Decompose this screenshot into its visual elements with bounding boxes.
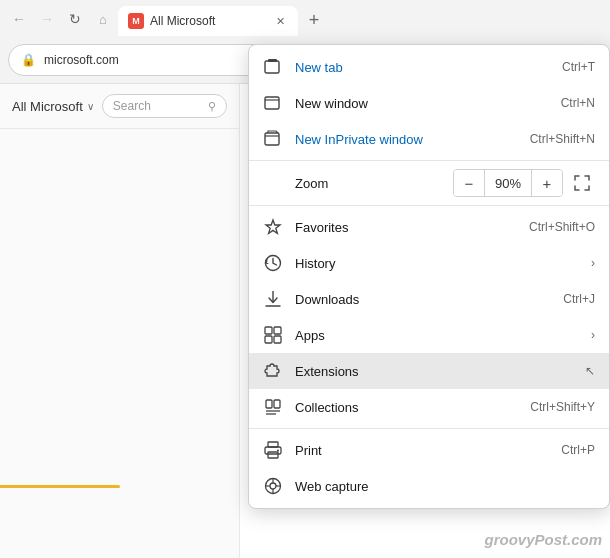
back-button[interactable]: ← bbox=[6, 6, 32, 32]
lock-icon: 🔒 bbox=[21, 53, 36, 67]
svg-rect-29 bbox=[274, 336, 281, 343]
menu-item-extensions[interactable]: Extensions ↖ bbox=[249, 353, 609, 389]
inprivate-icon bbox=[263, 129, 283, 149]
downloads-shortcut: Ctrl+J bbox=[563, 292, 595, 306]
sidebar-search-label: Search bbox=[113, 99, 151, 113]
extensions-label: Extensions bbox=[295, 364, 573, 379]
svg-rect-21 bbox=[265, 133, 279, 145]
svg-rect-26 bbox=[265, 327, 272, 334]
collections-menu-icon bbox=[263, 397, 283, 417]
downloads-icon bbox=[263, 289, 283, 309]
svg-rect-17 bbox=[265, 61, 279, 73]
tab-title: All Microsoft bbox=[150, 14, 215, 28]
active-tab[interactable]: M All Microsoft ✕ bbox=[118, 6, 298, 36]
tab-close-icon[interactable]: ✕ bbox=[272, 13, 288, 29]
zoom-increase-button[interactable]: + bbox=[532, 170, 562, 196]
new-window-shortcut: Ctrl+N bbox=[561, 96, 595, 110]
collections-label: Collections bbox=[295, 400, 518, 415]
zoom-decrease-button[interactable]: − bbox=[454, 170, 484, 196]
new-tab-icon bbox=[263, 57, 283, 77]
favorites-icon bbox=[263, 217, 283, 237]
divider-1 bbox=[249, 160, 609, 161]
svg-rect-34 bbox=[268, 442, 278, 447]
history-label: History bbox=[295, 256, 579, 271]
cursor-indicator: ↖ bbox=[585, 364, 595, 378]
new-tab-shortcut: Ctrl+T bbox=[562, 60, 595, 74]
favorites-shortcut: Ctrl+Shift+O bbox=[529, 220, 595, 234]
sidebar-accent-line bbox=[0, 485, 120, 488]
new-window-icon bbox=[263, 93, 283, 113]
apps-arrow-icon: › bbox=[591, 328, 595, 342]
print-icon bbox=[263, 440, 283, 460]
menu-item-apps[interactable]: Apps › bbox=[249, 317, 609, 353]
apps-label: Apps bbox=[295, 328, 579, 343]
svg-point-39 bbox=[270, 483, 276, 489]
webcapture-icon bbox=[263, 476, 283, 496]
sidebar-header: All Microsoft ∨ Search ⚲ bbox=[0, 84, 239, 129]
watermark: groovyPost.com bbox=[484, 531, 602, 548]
menu-item-downloads[interactable]: Downloads Ctrl+J bbox=[249, 281, 609, 317]
zoom-expand-button[interactable] bbox=[569, 170, 595, 196]
sidebar: All Microsoft ∨ Search ⚲ bbox=[0, 84, 240, 558]
print-shortcut: Ctrl+P bbox=[561, 443, 595, 457]
history-arrow-icon: › bbox=[591, 256, 595, 270]
svg-rect-18 bbox=[268, 59, 277, 62]
fullscreen-icon bbox=[574, 175, 590, 191]
zoom-label: Zoom bbox=[263, 176, 453, 191]
zoom-controls: − 90% + bbox=[453, 169, 563, 197]
zoom-row: Zoom − 90% + bbox=[249, 164, 609, 202]
inprivate-shortcut: Ctrl+Shift+N bbox=[530, 132, 595, 146]
menu-item-print[interactable]: Print Ctrl+P bbox=[249, 432, 609, 468]
favorites-label: Favorites bbox=[295, 220, 517, 235]
dropdown-menu: New tab Ctrl+T New window Ctrl+N New InP… bbox=[248, 44, 610, 509]
history-icon bbox=[263, 253, 283, 273]
divider-2 bbox=[249, 205, 609, 206]
menu-item-history[interactable]: History › bbox=[249, 245, 609, 281]
divider-3 bbox=[249, 428, 609, 429]
svg-point-37 bbox=[277, 450, 279, 452]
tab-favicon: M bbox=[128, 13, 144, 29]
svg-rect-36 bbox=[268, 452, 278, 458]
refresh-button[interactable]: ↻ bbox=[62, 6, 88, 32]
print-label: Print bbox=[295, 443, 549, 458]
sidebar-brand[interactable]: All Microsoft ∨ bbox=[12, 99, 94, 114]
extensions-icon bbox=[263, 361, 283, 381]
brand-chevron-icon: ∨ bbox=[87, 101, 94, 112]
forward-button[interactable]: → bbox=[34, 6, 60, 32]
new-tab-button[interactable]: + bbox=[300, 6, 328, 34]
apps-icon bbox=[263, 325, 283, 345]
new-tab-label: New tab bbox=[295, 60, 550, 75]
webcapture-label: Web capture bbox=[295, 479, 595, 494]
svg-rect-30 bbox=[266, 400, 272, 408]
menu-item-new-tab[interactable]: New tab Ctrl+T bbox=[249, 49, 609, 85]
sidebar-search-icon: ⚲ bbox=[208, 100, 216, 113]
menu-item-favorites[interactable]: Favorites Ctrl+Shift+O bbox=[249, 209, 609, 245]
sidebar-search[interactable]: Search ⚲ bbox=[102, 94, 227, 118]
menu-item-webcapture[interactable]: Web capture bbox=[249, 468, 609, 504]
svg-rect-28 bbox=[265, 336, 272, 343]
downloads-label: Downloads bbox=[295, 292, 551, 307]
svg-rect-19 bbox=[265, 97, 279, 109]
menu-item-new-window[interactable]: New window Ctrl+N bbox=[249, 85, 609, 121]
zoom-value: 90% bbox=[484, 170, 532, 196]
collections-shortcut: Ctrl+Shift+Y bbox=[530, 400, 595, 414]
home-button[interactable]: ⌂ bbox=[90, 6, 116, 32]
new-window-label: New window bbox=[295, 96, 549, 111]
inprivate-label: New InPrivate window bbox=[295, 132, 518, 147]
menu-item-inprivate[interactable]: New InPrivate window Ctrl+Shift+N bbox=[249, 121, 609, 157]
svg-rect-27 bbox=[274, 327, 281, 334]
menu-item-collections[interactable]: Collections Ctrl+Shift+Y bbox=[249, 389, 609, 425]
svg-rect-31 bbox=[274, 400, 280, 408]
